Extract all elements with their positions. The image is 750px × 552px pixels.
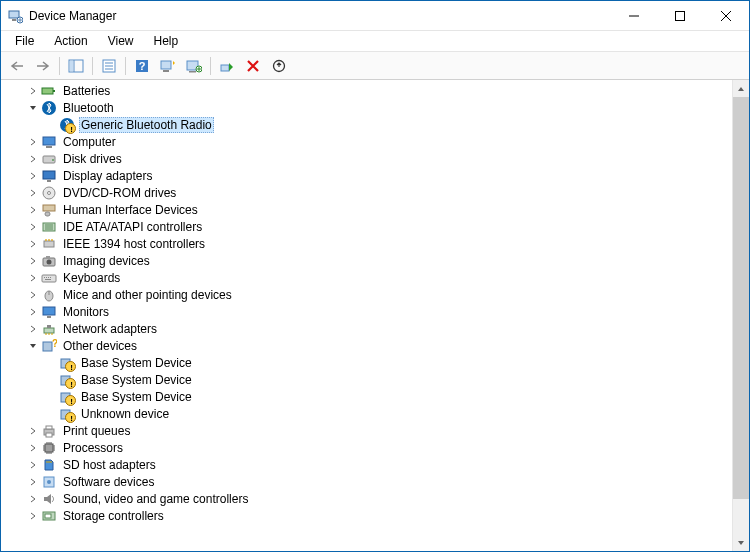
chevron-right-icon[interactable]	[27, 323, 39, 335]
tree-item-monitors[interactable]: Monitors	[23, 303, 732, 320]
tree-item-sound[interactable]: Sound, video and game controllers	[23, 490, 732, 507]
tree-label: Network adapters	[61, 322, 159, 336]
svg-rect-22	[53, 90, 55, 92]
maximize-button[interactable]	[657, 1, 703, 30]
tree-item-display-adapters[interactable]: Display adapters	[23, 167, 732, 184]
svg-rect-34	[45, 212, 50, 216]
keyboard-icon	[41, 270, 57, 286]
properties-button[interactable]	[97, 55, 121, 77]
tree-label: Human Interface Devices	[61, 203, 200, 217]
menu-help[interactable]: Help	[144, 32, 189, 50]
chevron-right-icon[interactable]	[27, 476, 39, 488]
forward-button[interactable]	[31, 55, 55, 77]
chevron-right-icon[interactable]	[27, 170, 39, 182]
dvd-icon	[41, 185, 57, 201]
tree-label: SD host adapters	[61, 458, 158, 472]
tree-item-computer[interactable]: Computer	[23, 133, 732, 150]
svg-rect-55	[43, 342, 52, 351]
svg-rect-58	[61, 376, 70, 385]
svg-rect-42	[46, 256, 50, 258]
tree-item-processors[interactable]: Processors	[23, 439, 732, 456]
chevron-right-icon[interactable]	[27, 221, 39, 233]
tree-item-other-devices[interactable]: ? Other devices	[23, 337, 732, 354]
scroll-down-button[interactable]	[733, 534, 749, 551]
tree-item-dvd-cdrom[interactable]: DVD/CD-ROM drives	[23, 184, 732, 201]
chevron-right-icon[interactable]	[27, 136, 39, 148]
tree-item-software-devices[interactable]: Software devices	[23, 473, 732, 490]
tree-item-imaging[interactable]: Imaging devices	[23, 252, 732, 269]
tree-label: Print queues	[61, 424, 132, 438]
tree-item-base-system-device[interactable]: Base System Device	[41, 354, 732, 371]
tree-label: Base System Device	[79, 373, 194, 387]
tree-item-disk-drives[interactable]: Disk drives	[23, 150, 732, 167]
minimize-button[interactable]	[611, 1, 657, 30]
show-hide-tree-button[interactable]	[64, 55, 88, 77]
storage-controller-icon	[41, 508, 57, 524]
chevron-right-icon[interactable]	[27, 204, 39, 216]
tree-item-print-queues[interactable]: Print queues	[23, 422, 732, 439]
tree-item-base-system-device[interactable]: Base System Device	[41, 371, 732, 388]
chevron-spacer	[45, 391, 57, 403]
chevron-right-icon[interactable]	[27, 238, 39, 250]
tree-item-batteries[interactable]: Batteries	[23, 82, 732, 99]
scan-hardware-button[interactable]	[156, 55, 180, 77]
chevron-right-icon[interactable]	[27, 85, 39, 97]
chevron-right-icon[interactable]	[27, 187, 39, 199]
tree-item-keyboards[interactable]: Keyboards	[23, 269, 732, 286]
tree-label: Computer	[61, 135, 118, 149]
unknown-device-warning-icon	[59, 372, 75, 388]
tree-item-hid[interactable]: Human Interface Devices	[23, 201, 732, 218]
menubar: File Action View Help	[1, 31, 749, 52]
chevron-right-icon[interactable]	[27, 425, 39, 437]
other-devices-icon: ?	[41, 338, 57, 354]
chevron-right-icon[interactable]	[27, 493, 39, 505]
chevron-down-icon[interactable]	[27, 102, 39, 114]
uninstall-device-button[interactable]	[241, 55, 265, 77]
scroll-track[interactable]	[733, 97, 749, 534]
tree-item-ide-ata[interactable]: IDE ATA/ATAPI controllers	[23, 218, 732, 235]
toolbar-separator	[125, 57, 126, 75]
help-button[interactable]: ?	[130, 55, 154, 77]
tree-label: Software devices	[61, 475, 156, 489]
tree-label: Sound, video and game controllers	[61, 492, 250, 506]
tree-item-bluetooth[interactable]: Bluetooth	[23, 99, 732, 116]
tree-item-mice[interactable]: Mice and other pointing devices	[23, 286, 732, 303]
chevron-right-icon[interactable]	[27, 272, 39, 284]
svg-rect-44	[44, 277, 45, 278]
tree-item-unknown-device[interactable]: Unknown device	[41, 405, 732, 422]
chevron-right-icon[interactable]	[27, 306, 39, 318]
scroll-up-button[interactable]	[733, 80, 749, 97]
tree-item-storage[interactable]: Storage controllers	[23, 507, 732, 524]
chevron-right-icon[interactable]	[27, 153, 39, 165]
device-tree[interactable]: Batteries Bluetooth Generic Bluetooth Ra…	[1, 80, 732, 551]
chevron-right-icon[interactable]	[27, 255, 39, 267]
chevron-spacer	[45, 357, 57, 369]
bluetooth-icon	[41, 100, 57, 116]
vertical-scrollbar[interactable]	[732, 80, 749, 551]
tree-label: Bluetooth	[61, 101, 116, 115]
update-driver-button[interactable]	[182, 55, 206, 77]
chevron-right-icon[interactable]	[27, 289, 39, 301]
svg-rect-62	[46, 426, 52, 429]
back-button[interactable]	[5, 55, 29, 77]
tree-item-network[interactable]: Network adapters	[23, 320, 732, 337]
svg-rect-57	[61, 359, 70, 368]
scroll-thumb[interactable]	[733, 97, 749, 499]
tree-item-generic-bluetooth-radio[interactable]: Generic Bluetooth Radio	[41, 116, 732, 133]
tree-item-sd-host[interactable]: SD host adapters	[23, 456, 732, 473]
chevron-right-icon[interactable]	[27, 442, 39, 454]
svg-rect-53	[44, 328, 54, 333]
tree-item-base-system-device[interactable]: Base System Device	[41, 388, 732, 405]
menu-file[interactable]: File	[5, 32, 44, 50]
chevron-right-icon[interactable]	[27, 510, 39, 522]
enable-device-button[interactable]	[215, 55, 239, 77]
tree-item-ieee1394[interactable]: IEEE 1394 host controllers	[23, 235, 732, 252]
menu-action[interactable]: Action	[44, 32, 97, 50]
menu-view[interactable]: View	[98, 32, 144, 50]
chevron-down-icon[interactable]	[27, 340, 39, 352]
close-button[interactable]	[703, 1, 749, 30]
tree-label: Mice and other pointing devices	[61, 288, 234, 302]
disable-device-button[interactable]	[267, 55, 291, 77]
chevron-right-icon[interactable]	[27, 459, 39, 471]
battery-icon	[41, 83, 57, 99]
